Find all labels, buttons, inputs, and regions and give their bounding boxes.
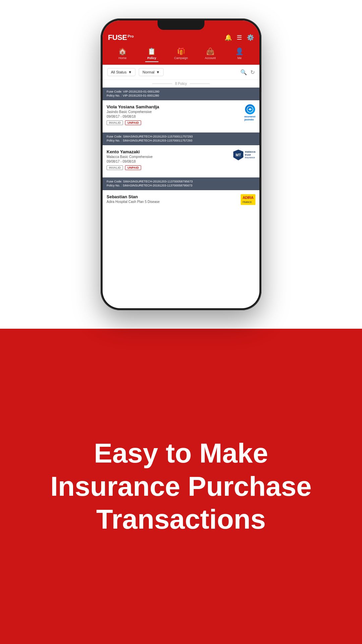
notch bbox=[158, 20, 204, 30]
policy-card-3[interactable]: Sebastian Stan Adira Hospital Cash Plan … bbox=[103, 190, 259, 209]
jasindo-logo: asuransijasindo bbox=[244, 104, 255, 121]
policy-count: 8 Policy bbox=[103, 80, 259, 88]
type-filter[interactable]: Normal ▼ bbox=[139, 68, 163, 76]
nav-active-indicator bbox=[145, 61, 159, 62]
nav-account[interactable]: 👜 Account bbox=[196, 47, 225, 62]
type-filter-label: Normal bbox=[142, 70, 154, 74]
type-filter-chevron: ▼ bbox=[156, 70, 160, 74]
jasindo-text: asuransijasindo bbox=[244, 115, 255, 121]
status-filter-label: All Status bbox=[111, 70, 126, 74]
mt-text: malaccatrustinsurance bbox=[245, 151, 255, 159]
policy-product-2: Malacca Basic Comprehensive bbox=[107, 155, 232, 159]
nav-me-label: Me bbox=[237, 56, 242, 60]
me-icon: 👤 bbox=[235, 47, 244, 55]
unpaid-badge-2: UNPAID bbox=[125, 165, 141, 170]
policy-group-1: Fuse Code: VIP-20191203-01-0001280 Polic… bbox=[103, 88, 259, 129]
policy-product-3: Adira Hospital Cash Plan 5 Disease bbox=[107, 200, 232, 204]
bottom-nav: 🏠 Home 📋 Policy 🎁 Campaign bbox=[108, 45, 254, 65]
bottom-section: Easy to Make Insurance Purchase Transact… bbox=[0, 329, 362, 644]
nav-campaign[interactable]: 🎁 Campaign bbox=[166, 47, 195, 62]
unpaid-badge-1: UNPAID bbox=[125, 120, 141, 125]
policy-date-2: 09/08/17 - 09/08/18 bbox=[107, 160, 232, 163]
header-icons: 🔔 ☰ ⚙️ bbox=[225, 34, 254, 41]
refresh-icon[interactable]: ↻ bbox=[250, 69, 255, 75]
campaign-icon: 🎁 bbox=[177, 47, 185, 55]
search-icon[interactable]: 🔍 bbox=[240, 69, 247, 75]
settings-icon[interactable]: ⚙️ bbox=[247, 34, 254, 41]
nav-me[interactable]: 👤 Me bbox=[225, 47, 254, 62]
policy-list-container: All Status ▼ Normal ▼ 🔍 ↻ 8 Policy bbox=[103, 65, 259, 308]
logo-text: FUSE bbox=[108, 33, 127, 42]
policy-count-text: 8 Policy bbox=[175, 82, 187, 86]
top-section: FUSE Pro 🔔 ☰ ⚙️ 🏠 Home bbox=[0, 0, 362, 329]
nav-policy[interactable]: 📋 Policy bbox=[137, 47, 166, 62]
home-icon: 🏠 bbox=[118, 47, 127, 55]
filter-bar: All Status ▼ Normal ▼ 🔍 ↻ bbox=[103, 65, 259, 80]
fuse-code-1: Fuse Code: VIP-20191203-01-0001280 bbox=[107, 90, 255, 93]
nav-home[interactable]: 🏠 Home bbox=[108, 47, 137, 62]
silent-button bbox=[101, 62, 101, 74]
notification-icon[interactable]: 🔔 bbox=[225, 34, 232, 41]
account-icon: 👜 bbox=[206, 47, 215, 55]
policy-badges-2: INVALID UNPAID bbox=[107, 165, 232, 170]
nav-home-label: Home bbox=[119, 56, 127, 60]
logo-pro: Pro bbox=[128, 34, 134, 38]
power-button bbox=[261, 72, 261, 92]
invalid-badge-2: INVALID bbox=[107, 165, 123, 170]
nav-policy-label: Policy bbox=[147, 56, 157, 60]
adira-logo: ADIRAFINANCE bbox=[241, 194, 255, 205]
menu-icon[interactable]: ☰ bbox=[237, 34, 242, 41]
insurer-logo-2: MT malaccatrustinsurance bbox=[232, 149, 255, 161]
nav-campaign-label: Campaign bbox=[174, 56, 188, 60]
policy-no-2: Policy No. : SIMASINSURETECH-20191203-11… bbox=[107, 139, 255, 142]
invalid-badge-1: INVALID bbox=[107, 120, 123, 125]
nav-account-label: Account bbox=[205, 56, 216, 60]
policy-card-2[interactable]: Kento Yamazaki Malacca Basic Comprehensi… bbox=[103, 145, 259, 174]
app-header: FUSE Pro 🔔 ☰ ⚙️ 🏠 Home bbox=[103, 31, 259, 65]
phone-frame: FUSE Pro 🔔 ☰ ⚙️ 🏠 Home bbox=[101, 18, 261, 310]
policy-no-1: Policy No. : VIP-20191203-01-0001280 bbox=[107, 94, 255, 97]
policy-icon: 📋 bbox=[147, 47, 156, 55]
insurer-logo-1: asuransijasindo bbox=[232, 104, 255, 121]
volume-down-button bbox=[101, 102, 101, 120]
volume-up-button bbox=[101, 79, 101, 97]
status-filter-chevron: ▼ bbox=[128, 70, 132, 74]
policy-header-1: Fuse Code: VIP-20191203-01-0001280 Polic… bbox=[103, 88, 259, 100]
policy-badges-1: INVALID UNPAID bbox=[107, 120, 232, 125]
tagline: Easy to Make Insurance Purchase Transact… bbox=[0, 437, 362, 536]
policy-no-3: Policy No. : SIMASINSURETECH-20191203-11… bbox=[107, 184, 255, 187]
fuse-code-2: Fuse Code: SIMASINSURETECH-20191203-1157… bbox=[107, 135, 255, 138]
policy-date-1: 09/08/17 - 09/08/18 bbox=[107, 115, 232, 118]
policy-group-2: Fuse Code: SIMASINSURETECH-20191203-1157… bbox=[103, 132, 259, 174]
policy-group-3: Fuse Code: SIMASINSURETECH-20191203-1137… bbox=[103, 177, 259, 209]
policy-card-1[interactable]: Viola Yosiana Samihardja Jasindo Basic C… bbox=[103, 100, 259, 129]
policy-name-1: Viola Yosiana Samihardja bbox=[107, 104, 232, 109]
jasindo-circle-icon bbox=[245, 104, 255, 114]
policy-product-1: Jasindo Basic Comprehensive bbox=[107, 110, 232, 114]
insurer-logo-3: ADIRAFINANCE bbox=[232, 194, 255, 205]
phone-screen: FUSE Pro 🔔 ☰ ⚙️ 🏠 Home bbox=[103, 20, 259, 308]
fuse-code-3: Fuse Code: SIMASINSURETECH-20191203-1137… bbox=[107, 180, 255, 183]
malacca-logo: MT malaccatrustinsurance bbox=[233, 149, 255, 161]
policy-name-3: Sebastian Stan bbox=[107, 194, 232, 199]
status-filter[interactable]: All Status ▼ bbox=[107, 68, 135, 76]
policy-header-2: Fuse Code: SIMASINSURETECH-20191203-1157… bbox=[103, 132, 259, 145]
policy-header-3: Fuse Code: SIMASINSURETECH-20191203-1137… bbox=[103, 177, 259, 190]
svg-text:MT: MT bbox=[236, 153, 241, 157]
policy-name-2: Kento Yamazaki bbox=[107, 149, 232, 154]
app-logo: FUSE Pro bbox=[108, 33, 134, 42]
